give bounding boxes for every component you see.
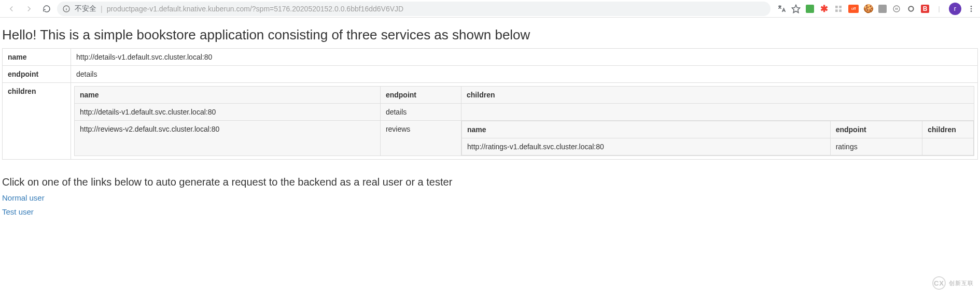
toolbar-divider: | [934, 4, 944, 13]
insecure-label: 不安全 [75, 4, 96, 13]
ext-green-icon[interactable] [806, 5, 814, 13]
label-name: name [3, 49, 71, 66]
forward-button[interactable] [22, 2, 36, 16]
svg-point-11 [908, 6, 913, 11]
svg-rect-4 [835, 6, 838, 8]
child1-name: http://reviews-v2.default.svc.cluster.lo… [75, 121, 381, 156]
col-name: name [75, 87, 381, 104]
svg-rect-5 [839, 6, 842, 8]
back-button[interactable] [4, 2, 19, 16]
ext-book-icon[interactable] [878, 5, 887, 13]
col-endpoint: endpoint [380, 87, 461, 104]
gc0-children [922, 138, 974, 155]
value-children: name endpoint children http://details-v1… [71, 83, 978, 160]
profile-avatar[interactable]: r [949, 3, 961, 15]
gc-col-name: name [462, 121, 831, 138]
child0-name: http://details-v1.default.svc.cluster.lo… [75, 104, 381, 121]
label-children: children [3, 83, 71, 160]
row-endpoint: endpoint details [3, 66, 978, 83]
translate-icon[interactable] [777, 4, 786, 13]
gc-row-0: http://ratings-v1.default.svc.cluster.lo… [462, 138, 974, 155]
gc-col-children: children [922, 121, 974, 138]
svg-point-14 [971, 10, 972, 12]
value-endpoint: details [71, 66, 978, 83]
ext-pause-icon[interactable] [892, 4, 901, 13]
grandchildren-table: name endpoint children http://ratings-v1… [461, 121, 974, 155]
ext-cookie-icon[interactable]: 🍪 [864, 4, 873, 13]
service-table: name http://details-v1.default.svc.clust… [2, 48, 978, 160]
page-content: Hello! This is a simple bookstore applic… [0, 18, 980, 232]
extension-icons: ✱ off 🍪 B | r [777, 3, 976, 15]
page-subheading: Click on one of the links below to auto … [2, 176, 978, 188]
gc-col-endpoint: endpoint [830, 121, 922, 138]
page-heading: Hello! This is a simple bookstore applic… [2, 27, 978, 43]
row-children: children name endpoint children http://d… [3, 83, 978, 160]
child-row-1: http://reviews-v2.default.svc.cluster.lo… [75, 121, 974, 156]
svg-rect-6 [835, 9, 838, 12]
url-text: productpage-v1.default.knative.kuberun.c… [107, 5, 403, 13]
ext-circle-icon[interactable] [906, 4, 916, 13]
child0-children [461, 104, 974, 121]
info-icon [62, 5, 71, 13]
label-endpoint: endpoint [3, 66, 71, 83]
gc0-name: http://ratings-v1.default.svc.cluster.lo… [462, 138, 831, 155]
svg-marker-3 [792, 5, 800, 12]
divider: | [101, 5, 103, 13]
child1-endpoint: reviews [380, 121, 461, 156]
col-children: children [461, 87, 974, 104]
value-name: http://details-v1.default.svc.cluster.lo… [71, 49, 978, 66]
row-name: name http://details-v1.default.svc.clust… [3, 49, 978, 66]
test-user-link[interactable]: Test user [2, 207, 978, 216]
ext-asterisk-icon[interactable]: ✱ [819, 4, 829, 13]
reload-button[interactable] [39, 2, 54, 16]
child1-children: name endpoint children http://ratings-v1… [461, 121, 974, 156]
menu-icon[interactable] [967, 4, 976, 13]
browser-toolbar: 不安全 | productpage-v1.default.knative.kub… [0, 0, 980, 18]
ext-grid-icon[interactable] [834, 4, 843, 13]
gc0-endpoint: ratings [830, 138, 922, 155]
svg-point-13 [971, 8, 972, 9]
svg-point-12 [971, 6, 972, 7]
svg-rect-7 [839, 9, 842, 12]
child-row-0: http://details-v1.default.svc.cluster.lo… [75, 104, 974, 121]
address-bar[interactable]: 不安全 | productpage-v1.default.knative.kub… [57, 2, 771, 16]
ext-red-icon[interactable]: B [921, 5, 929, 13]
ext-off-icon[interactable]: off [848, 5, 859, 13]
star-icon[interactable] [791, 4, 801, 13]
child0-endpoint: details [380, 104, 461, 121]
svg-point-8 [893, 6, 900, 12]
normal-user-link[interactable]: Normal user [2, 193, 978, 202]
children-table: name endpoint children http://details-v1… [74, 86, 974, 156]
